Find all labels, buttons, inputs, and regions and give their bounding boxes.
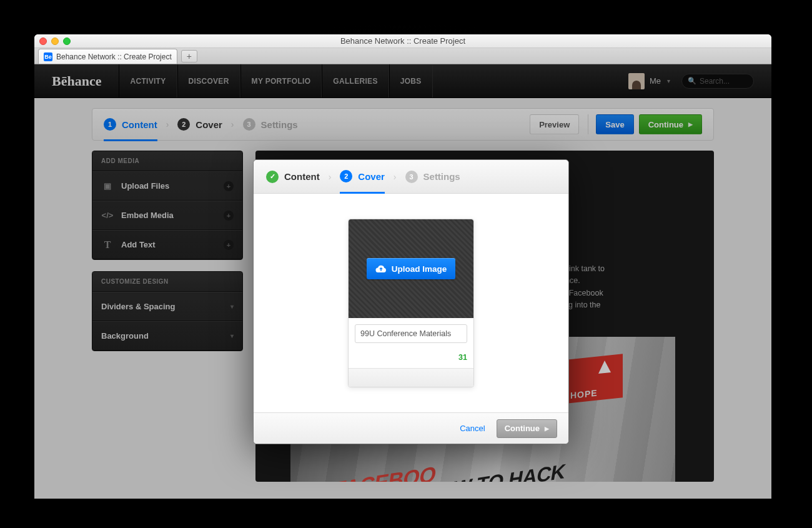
- upload-image-button[interactable]: Upload Image: [367, 258, 456, 279]
- modal-footer: Cancel Continue ▶: [254, 412, 568, 444]
- check-icon: ✓: [266, 171, 279, 183]
- modal-step-content[interactable]: ✓ Content: [266, 171, 320, 183]
- browser-tab-active[interactable]: Be Behance Network :: Create Project: [38, 49, 177, 64]
- page-content: Bēhance ACTIVITY DISCOVER MY PORTFOLIO G…: [34, 64, 771, 499]
- continue-label: Continue: [505, 424, 540, 433]
- character-count: 31: [458, 353, 467, 362]
- cover-card: Upload Image 31: [348, 219, 474, 387]
- step-badge: 3: [405, 171, 418, 183]
- browser-tab-label: Behance Network :: Create Project: [56, 52, 172, 61]
- browser-window: Behance Network :: Create Project Be Beh…: [34, 34, 771, 499]
- cancel-link[interactable]: Cancel: [460, 424, 485, 433]
- triangle-right-icon: ▶: [545, 426, 549, 432]
- modal-step-cover[interactable]: 2 Cover: [340, 170, 385, 194]
- chevron-right-icon: ›: [394, 172, 397, 182]
- cover-card-footer: [349, 368, 473, 387]
- cover-modal: ✓ Content › 2 Cover › 3 Settings: [253, 159, 569, 444]
- plus-icon: +: [187, 51, 192, 61]
- cloud-upload-icon: [375, 264, 387, 273]
- cover-dropzone[interactable]: Upload Image: [349, 219, 473, 318]
- window-title: Behance Network :: Create Project: [34, 36, 771, 46]
- project-title-input[interactable]: [355, 324, 467, 343]
- favicon-icon: Be: [44, 52, 52, 61]
- step-badge: 2: [340, 170, 352, 182]
- new-tab-button[interactable]: +: [181, 50, 197, 62]
- step-label: Cover: [358, 171, 385, 182]
- step-label: Settings: [423, 171, 460, 182]
- title-bar: Behance Network :: Create Project: [34, 34, 771, 48]
- chevron-right-icon: ›: [329, 172, 332, 182]
- cover-meta: 31: [349, 318, 473, 368]
- modal-step-settings: 3 Settings: [405, 171, 460, 183]
- modal-body: Upload Image 31: [254, 194, 568, 412]
- modal-step-strip: ✓ Content › 2 Cover › 3 Settings: [254, 160, 568, 194]
- upload-image-label: Upload Image: [392, 264, 447, 274]
- modal-continue-button[interactable]: Continue ▶: [497, 419, 557, 438]
- tab-bar: Be Behance Network :: Create Project +: [34, 48, 771, 64]
- step-label: Content: [284, 171, 320, 182]
